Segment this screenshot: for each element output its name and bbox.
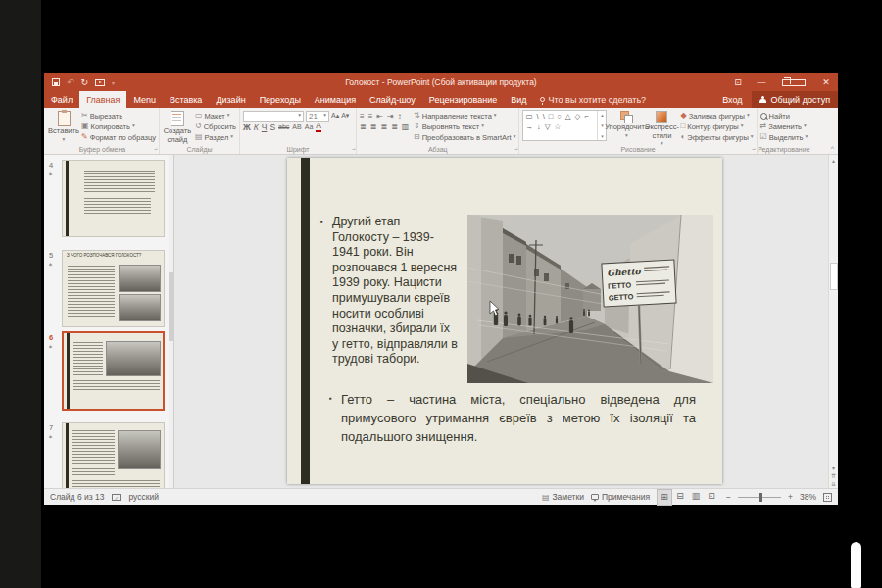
share-button[interactable]: Общий доступ xyxy=(752,91,838,108)
cut-button[interactable]: ✂ Вырезать xyxy=(81,111,156,121)
font-size-combo[interactable]: 21 ▾ xyxy=(306,111,329,122)
bullets-button[interactable]: ≡ xyxy=(360,112,365,121)
italic-button[interactable]: К xyxy=(254,122,259,132)
shape-triangle-icon[interactable]: △ xyxy=(565,112,571,121)
tab-review[interactable]: Рецензирование xyxy=(422,91,505,108)
zoom-level[interactable]: 38% xyxy=(800,492,816,502)
tab-slideshow[interactable]: Слайд-шоу xyxy=(363,91,422,108)
numbering-button[interactable]: ≡ xyxy=(368,112,373,121)
language-indicator[interactable]: русский xyxy=(128,492,159,502)
reading-view-button[interactable]: ▥ xyxy=(688,489,704,506)
shape-line-icon[interactable]: \ xyxy=(537,112,539,121)
sign-in-button[interactable]: Вход xyxy=(713,91,751,108)
paragraph-dialog-launcher-icon[interactable]: ⌐ xyxy=(514,147,518,153)
scrollbar-thumb[interactable] xyxy=(830,263,838,290)
collapse-ribbon-icon[interactable]: ^ xyxy=(831,145,834,152)
slide-photo[interactable]: Ghetto ГЕТТО GETTO xyxy=(467,215,713,383)
shape-oval-icon[interactable]: ○ xyxy=(557,112,562,121)
align-left-button[interactable]: ≣ xyxy=(360,122,367,131)
text-shadow-button[interactable]: S xyxy=(270,122,275,132)
align-center-button[interactable]: ≣ xyxy=(370,122,377,131)
copy-button[interactable]: ▣ Копировать ▾ xyxy=(81,122,156,131)
thumbnail-slide-6-selected[interactable] xyxy=(62,331,165,411)
editor-scrollbar[interactable]: ▴ ▾ ⇈ ⇊ xyxy=(828,155,838,488)
thumbnail-slide-4[interactable] xyxy=(62,160,165,237)
tab-file[interactable]: Файл xyxy=(44,91,79,108)
tab-home[interactable]: Главная xyxy=(79,91,126,108)
shape-square-icon[interactable]: □ xyxy=(549,112,554,121)
slide-text-block-1[interactable]: Другий етап Голокосту – 1939-1941 роки. … xyxy=(332,215,458,368)
shape-fill-button[interactable]: ◆ Заливка фигуры ▾ xyxy=(680,111,753,121)
undo-icon[interactable]: ↶ xyxy=(67,77,74,87)
tell-me-box[interactable]: Что вы хотите сделать? xyxy=(534,91,653,108)
shapes-gallery[interactable]: ▭ \ \ □ ○ △ ◇ ⌐ → ↓ ▽ ☆ ▴ xyxy=(522,110,607,141)
slideshow-view-button[interactable]: ⊡ xyxy=(704,489,719,506)
shape-line2-icon[interactable]: \ xyxy=(543,112,545,121)
grow-font-icon[interactable]: А▴ xyxy=(331,112,339,120)
shape-effects-button[interactable]: ◐ Эффекты фигуры ▾ xyxy=(680,132,753,142)
slide-indicator[interactable]: Слайд 6 из 13 xyxy=(50,492,104,502)
smartart-button[interactable]: ⊟ Преобразовать в SmartArt ▾ xyxy=(414,132,515,142)
tab-animations[interactable]: Анимация xyxy=(308,91,363,108)
font-color-button[interactable]: А xyxy=(316,122,321,132)
shapes-scroll-up-icon[interactable]: ▴ xyxy=(601,112,604,118)
minimize-button[interactable]: — xyxy=(750,74,773,91)
text-direction-button[interactable]: ⇅ Направление текста ▾ xyxy=(414,111,515,121)
shape-star-icon[interactable]: ☆ xyxy=(555,122,562,131)
columns-button[interactable]: ▥ xyxy=(402,122,410,131)
shape-diamond-icon[interactable]: ◇ xyxy=(575,112,581,121)
redo-icon[interactable]: ↻ xyxy=(81,77,89,87)
thumbnail-scrollbar[interactable] xyxy=(169,155,173,488)
reset-button[interactable]: ↺ Сбросить xyxy=(195,122,236,131)
overlay-scroll-pill[interactable] xyxy=(851,542,861,588)
character-spacing-button[interactable]: АВ xyxy=(292,123,301,130)
slide-accent-bar[interactable] xyxy=(301,158,310,484)
shape-rect-icon[interactable]: ▭ xyxy=(525,112,532,121)
tab-menu[interactable]: Menu xyxy=(126,91,163,108)
notes-toggle[interactable]: ▤ Заметки xyxy=(542,492,584,502)
thumbnail-slide-5[interactable]: З ЧОГО РОЗПОЧАВСЯ ГОЛОКОСТ? xyxy=(62,250,165,327)
select-button[interactable]: ☑ Выделить ▾ xyxy=(760,132,808,142)
arrange-button[interactable]: Упорядочить ▾ xyxy=(610,110,643,138)
qat-customize-icon[interactable]: ▾ xyxy=(112,79,115,86)
align-text-button[interactable]: ⇕ Выровнять текст ▾ xyxy=(414,122,515,131)
font-dialog-launcher-icon[interactable]: ⌐ xyxy=(352,147,356,153)
save-icon[interactable] xyxy=(52,78,60,86)
layout-button[interactable]: ▭ Макет ▾ xyxy=(195,111,236,121)
comments-toggle[interactable]: Примечания xyxy=(591,492,650,502)
current-slide[interactable]: ▪ Другий етап Голокосту – 1939-1941 роки… xyxy=(287,158,722,484)
shape-arrow-right-icon[interactable]: → xyxy=(525,122,533,131)
new-slide-button[interactable]: Создать слайд xyxy=(163,110,192,144)
format-painter-button[interactable]: ✎ Формат по образцу xyxy=(81,132,156,142)
zoom-in-button[interactable]: + xyxy=(788,492,793,502)
next-slide-icon[interactable]: ⇊ xyxy=(831,480,836,487)
line-spacing-button[interactable]: ↕ xyxy=(398,112,402,121)
tab-view[interactable]: Вид xyxy=(504,91,533,108)
ribbon-display-options-icon[interactable]: ⊡ xyxy=(726,74,750,91)
bold-button[interactable]: Ж xyxy=(243,122,251,132)
strikethrough-button[interactable]: abc xyxy=(278,123,289,130)
slide-text-block-2[interactable]: Гетто – частина міста, спеціально відвед… xyxy=(341,390,696,446)
align-right-button[interactable]: ≣ xyxy=(380,122,387,131)
restore-button[interactable] xyxy=(782,79,806,86)
tab-insert[interactable]: Вставка xyxy=(163,91,209,108)
underline-button[interactable]: Ч xyxy=(262,122,268,132)
zoom-slider-knob[interactable] xyxy=(760,493,762,502)
tab-transitions[interactable]: Переходы xyxy=(253,91,308,108)
find-button[interactable]: Найти xyxy=(760,111,808,121)
shapes-scroll-down-icon[interactable]: ▾ xyxy=(601,122,604,128)
thumbnail-slide-7[interactable] xyxy=(62,422,165,488)
replace-button[interactable]: ⇄ Заменить ▾ xyxy=(760,122,808,131)
tab-design[interactable]: Дизайн xyxy=(209,91,252,108)
scroll-down-icon[interactable]: ▾ xyxy=(832,465,835,471)
font-name-combo[interactable]: ▾ xyxy=(243,111,304,122)
shape-arrow-down-icon[interactable]: ↓ xyxy=(537,122,541,131)
zoom-slider[interactable] xyxy=(738,497,781,498)
slide-sorter-view-button[interactable]: ⊟ xyxy=(672,489,688,506)
drawing-dialog-launcher-icon[interactable]: ⌐ xyxy=(752,147,756,153)
clipboard-dialog-launcher-icon[interactable]: ⌐ xyxy=(154,147,158,153)
shrink-font-icon[interactable]: А▾ xyxy=(341,112,349,120)
shape-outline-button[interactable]: □ Контур фигуры ▾ xyxy=(680,122,753,131)
previous-slide-icon[interactable]: ⇈ xyxy=(831,472,836,479)
decrease-indent-button[interactable]: ⇤ xyxy=(376,112,383,121)
